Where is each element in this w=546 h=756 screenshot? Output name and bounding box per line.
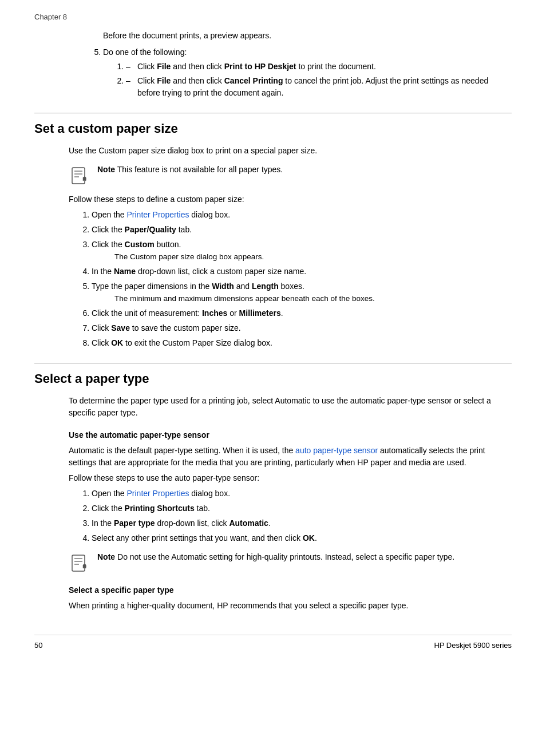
section1-follow-text: Follow these steps to define a custom pa… [69, 193, 512, 205]
note-icon [69, 165, 90, 187]
page-footer: 50 HP Deskjet 5900 series [34, 635, 512, 651]
section1-step-3: Click the Custom button. The Custom pape… [92, 239, 512, 263]
section1-step-8: Click OK to exit the Custom Paper Size d… [92, 337, 512, 349]
section1-step-3-sub: The Custom paper size dialog box appears… [114, 252, 264, 261]
intro-steps-list: Do one of the following: Click File and … [92, 46, 512, 99]
subsection1-follow-text: Follow these steps to use the auto paper… [69, 472, 512, 484]
intro-bullet-2: Click File and then click Cancel Printin… [126, 75, 512, 99]
auto-paper-type-link[interactable]: auto paper-type sensor [295, 446, 378, 455]
subsection1-step-2: Click the Printing Shortcuts tab. [92, 502, 512, 514]
section1-step-5: Type the paper dimensions in the Width a… [92, 280, 512, 304]
section1-note-content: Note This feature is not available for a… [97, 164, 283, 176]
intro-step-5: Do one of the following: Click File and … [103, 46, 512, 99]
chapter-label: Chapter 8 [34, 11, 512, 23]
printer-properties-link-2[interactable]: Printer Properties [127, 489, 189, 498]
section2-body: To determine the paper type used for a p… [69, 395, 512, 612]
section2-intro: To determine the paper type used for a p… [69, 395, 512, 419]
subsection1-para1: Automatic is the default paper-type sett… [69, 445, 512, 469]
subsection1-title: Use the automatic paper-type sensor [69, 429, 512, 441]
subsection1-step-4: Select any other print settings that you… [92, 532, 512, 544]
section2-title: Select a paper type [34, 363, 512, 388]
printer-properties-link-1[interactable]: Printer Properties [127, 210, 189, 219]
subsection1-step-1: Open the Printer Properties dialog box. [92, 488, 512, 500]
section1-title: Set a custom paper size [34, 113, 512, 138]
section1-step-4: In the Name drop-down list, click a cust… [92, 266, 512, 278]
section1-steps: Open the Printer Properties dialog box. … [80, 209, 512, 350]
section1-step-5-sub: The minimum and maximum dimensions appea… [114, 294, 375, 303]
page-number: 50 [34, 640, 42, 651]
intro-bullet-1: Click File and then click Print to HP De… [126, 61, 512, 73]
svg-rect-4 [72, 555, 85, 571]
subsection1-note-box: Note Do not use the Automatic setting fo… [69, 551, 512, 574]
subsection1-step-3: In the Paper type drop-down list, click … [92, 517, 512, 529]
svg-rect-0 [72, 168, 85, 184]
intro-bullet-list: Click File and then click Print to HP De… [114, 61, 512, 99]
subsection1-note-content: Note Do not use the Automatic setting fo… [97, 551, 454, 563]
subsection2-title: Select a specific paper type [69, 584, 512, 596]
subsection1-steps: Open the Printer Properties dialog box. … [80, 488, 512, 544]
section1-body: Use the Custom paper size dialog box to … [69, 145, 512, 350]
section1-intro: Use the Custom paper size dialog box to … [69, 145, 512, 157]
note-icon-2 [69, 552, 90, 574]
section1-step-2: Click the Paper/Quality tab. [92, 224, 512, 236]
section1-step-7: Click Save to save the custom paper size… [92, 322, 512, 334]
subsection2-para: When printing a higher-quality document,… [69, 600, 512, 612]
section1-step-1: Open the Printer Properties dialog box. [92, 209, 512, 221]
section1-note-box: Note This feature is not available for a… [69, 164, 512, 187]
product-name: HP Deskjet 5900 series [434, 640, 512, 651]
intro-preview-text: Before the document prints, a preview ap… [103, 30, 512, 42]
section1-step-6: Click the unit of measurement: Inches or… [92, 307, 512, 319]
